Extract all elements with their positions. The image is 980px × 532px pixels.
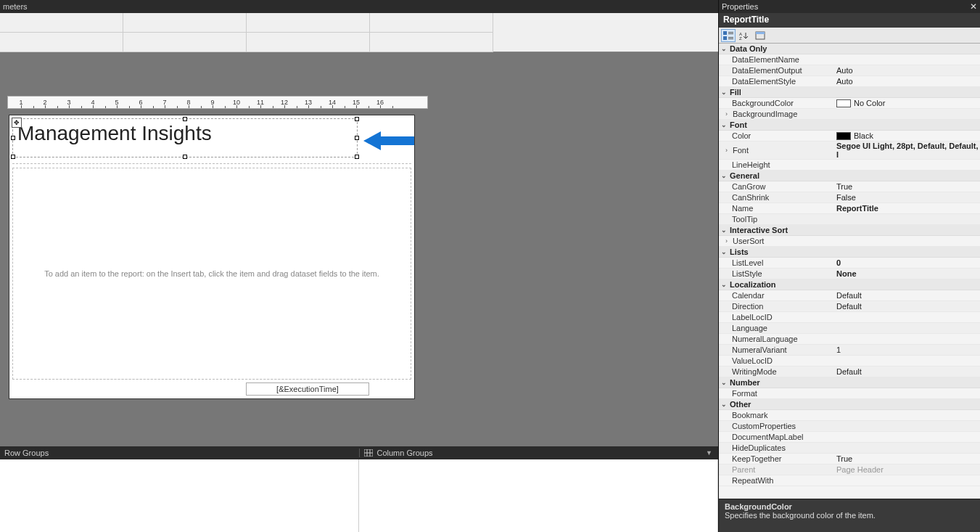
property-row[interactable]: ListStyleNone <box>719 269 980 279</box>
column-groups-header[interactable]: Column Groups ▼ <box>359 449 719 457</box>
property-row[interactable]: NumeralVariant1 <box>719 345 980 356</box>
chevron-down-icon[interactable]: ⌄ <box>720 173 727 179</box>
selection-handle[interactable] <box>11 136 15 140</box>
property-row[interactable]: RepeatWith <box>719 475 980 486</box>
close-icon[interactable]: ✕ <box>970 1 977 12</box>
chevron-down-icon[interactable]: ⌄ <box>720 89 727 96</box>
property-row[interactable]: LineHeight <box>719 160 980 171</box>
param-cell[interactable] <box>123 33 247 52</box>
parameters-strip[interactable] <box>0 13 718 52</box>
properties-panel-header[interactable]: Properties ✕ <box>719 0 980 13</box>
property-row[interactable]: HideDuplicates <box>719 443 980 454</box>
properties-object-name[interactable]: ReportTitle <box>719 13 980 28</box>
chevron-down-icon[interactable]: ⌄ <box>720 282 727 288</box>
property-row[interactable]: CanGrowTrue <box>719 181 980 192</box>
grouping-pane-body[interactable] <box>0 459 718 532</box>
chevron-down-icon[interactable]: ⌄ <box>720 401 727 408</box>
property-row[interactable]: NameReportTitle <box>719 203 980 214</box>
property-category[interactable]: ⌄Interactive Sort <box>719 225 980 236</box>
property-row[interactable]: NumeralLanguage <box>719 334 980 345</box>
chevron-right-icon[interactable]: › <box>723 238 730 245</box>
param-cell[interactable] <box>370 13 493 33</box>
property-row[interactable]: ValueLocID <box>719 356 980 367</box>
property-value[interactable]: Page Header <box>833 465 980 474</box>
property-row[interactable]: DataElementName <box>719 54 980 65</box>
property-row[interactable]: DirectionDefault <box>719 301 980 312</box>
alphabetical-view-button[interactable]: AZ <box>737 29 752 42</box>
property-row[interactable]: DataElementStyleAuto <box>719 76 980 87</box>
param-cell[interactable] <box>247 13 370 33</box>
property-category[interactable]: ⌄Other <box>719 399 980 410</box>
property-row[interactable]: ParentPage Header <box>719 465 980 475</box>
property-value[interactable]: Black <box>833 131 980 140</box>
property-pages-button[interactable] <box>753 29 767 42</box>
chevron-down-icon[interactable]: ⌄ <box>720 249 727 255</box>
selection-handle[interactable] <box>355 155 359 159</box>
property-value[interactable]: ReportTitle <box>833 204 980 213</box>
property-row[interactable]: ToolTip <box>719 214 980 225</box>
property-category[interactable]: ⌄General <box>719 171 980 181</box>
chevron-down-icon[interactable]: ⌄ <box>720 380 727 386</box>
property-value[interactable]: Segoe UI Light, 28pt, Default, Default, … <box>833 142 980 159</box>
property-category[interactable]: ⌄Data Only <box>719 44 980 54</box>
property-row[interactable]: CustomProperties <box>719 421 980 432</box>
property-value[interactable]: Auto <box>833 77 980 86</box>
property-row[interactable]: WritingModeDefault <box>719 367 980 377</box>
report-body-area[interactable]: To add an item to the report: on the Ins… <box>12 168 411 380</box>
property-value[interactable]: None <box>833 269 980 278</box>
chevron-down-icon[interactable]: ⌄ <box>720 227 727 234</box>
property-row[interactable]: CalendarDefault <box>719 290 980 301</box>
property-value[interactable]: False <box>833 193 980 202</box>
property-row[interactable]: Bookmark <box>719 410 980 421</box>
property-row[interactable]: ›UserSort <box>719 236 980 247</box>
report-title-textbox[interactable]: ✥ Management Insights <box>12 118 358 157</box>
selection-handle[interactable] <box>183 155 187 159</box>
property-category[interactable]: ⌄Number <box>719 377 980 388</box>
property-row[interactable]: DocumentMapLabel <box>719 432 980 443</box>
design-canvas-area[interactable]: 12345678910111213141516 ✥ Management Ins… <box>0 73 718 446</box>
property-value[interactable]: True <box>833 454 980 463</box>
property-category[interactable]: ⌄Lists <box>719 247 980 258</box>
selection-handle[interactable] <box>355 117 359 121</box>
property-value[interactable]: 0 <box>833 258 980 267</box>
categorized-view-button[interactable] <box>721 29 736 42</box>
property-value[interactable]: Default <box>833 291 980 300</box>
property-value[interactable]: Auto <box>833 66 980 75</box>
param-cell[interactable] <box>0 13 123 33</box>
chevron-down-icon[interactable]: ⌄ <box>720 46 727 52</box>
row-groups-list[interactable] <box>0 459 359 532</box>
property-category[interactable]: ⌄Font <box>719 120 980 131</box>
param-cell[interactable] <box>370 33 493 52</box>
execution-time-textbox[interactable]: [&ExecutionTime] <box>246 382 369 396</box>
report-title-text[interactable]: Management Insights <box>13 119 357 148</box>
param-cell[interactable] <box>0 33 123 52</box>
property-value[interactable]: No Color <box>833 99 980 107</box>
property-row[interactable]: CanShrinkFalse <box>719 192 980 203</box>
report-canvas[interactable]: ✥ Management Insights <box>9 115 415 399</box>
property-category[interactable]: ⌄Fill <box>719 87 980 98</box>
property-row[interactable]: ›BackgroundImage <box>719 109 980 120</box>
move-handle-icon[interactable]: ✥ <box>12 118 22 128</box>
property-category[interactable]: ⌄Localization <box>719 279 980 290</box>
property-row[interactable]: KeepTogetherTrue <box>719 454 980 465</box>
property-row[interactable]: LabelLocID <box>719 312 980 323</box>
property-row[interactable]: ListLevel0 <box>719 258 980 269</box>
chevron-down-icon[interactable]: ▼ <box>706 449 712 457</box>
selection-handle[interactable] <box>183 117 187 121</box>
property-value[interactable]: True <box>833 182 980 191</box>
row-groups-header[interactable]: Row Groups <box>0 449 359 457</box>
property-value[interactable]: 1 <box>833 345 980 354</box>
selection-handle[interactable] <box>11 155 15 159</box>
chevron-right-icon[interactable]: › <box>723 111 730 118</box>
property-row[interactable]: Language <box>719 323 980 334</box>
column-groups-list[interactable] <box>359 459 718 532</box>
property-row[interactable]: BackgroundColorNo Color <box>719 98 980 109</box>
property-row[interactable]: Format <box>719 388 980 399</box>
chevron-right-icon[interactable]: › <box>723 147 730 154</box>
property-value[interactable]: Default <box>833 302 980 311</box>
chevron-down-icon[interactable]: ⌄ <box>720 122 727 128</box>
param-cell[interactable] <box>123 13 247 33</box>
property-row[interactable]: ColorBlack <box>719 131 980 142</box>
param-cell[interactable] <box>247 33 370 52</box>
property-value[interactable]: Default <box>833 367 980 376</box>
